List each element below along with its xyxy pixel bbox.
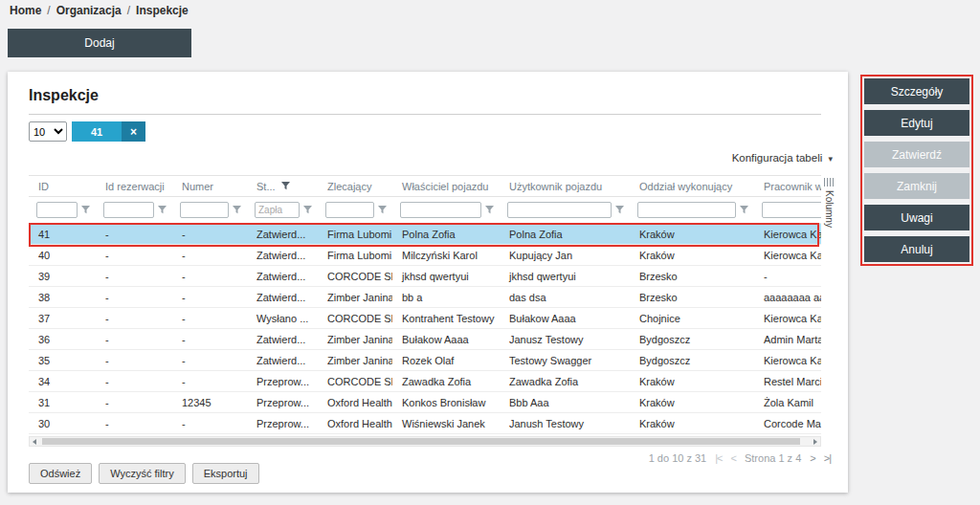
- table-cell: Konkos Bronisław: [392, 392, 500, 413]
- pagination-page-label: Strona 1 z 4: [745, 452, 801, 464]
- breadcrumb-item-organizacja[interactable]: Organizacja: [56, 4, 122, 17]
- table-cell: Kierowca Kam: [754, 350, 821, 371]
- filter-input[interactable]: [762, 202, 821, 218]
- table-cell: -: [96, 329, 172, 350]
- details-button[interactable]: Szczegóły: [864, 78, 969, 104]
- column-header[interactable]: St...: [247, 176, 318, 197]
- columns-strip-label: Kolumny: [824, 190, 835, 228]
- column-header[interactable]: Oddział wykonujący: [630, 176, 754, 197]
- column-header[interactable]: Numer: [172, 176, 247, 197]
- filter-input[interactable]: [325, 202, 374, 218]
- table-cell: Kierowca Kam: [754, 224, 821, 245]
- table-cell: Firma Lubomi...: [318, 245, 392, 266]
- table-cell: Przeprow...: [247, 413, 318, 434]
- filter-input[interactable]: [255, 202, 300, 218]
- table-cell: Zatwierd...: [247, 329, 318, 350]
- filter-input[interactable]: [400, 202, 481, 218]
- table-row[interactable]: 41--Zatwierd...Firma Lubomi...Polna Zofi…: [29, 224, 821, 245]
- table-cell: Zatwierd...: [247, 287, 318, 308]
- table-cell: aaaaaaaa aaa: [754, 287, 821, 308]
- column-header[interactable]: Właściciel pojazdu: [392, 176, 500, 197]
- cancel-button[interactable]: Anuluj: [864, 236, 969, 262]
- horizontal-scrollbar[interactable]: [29, 436, 821, 447]
- filter-input[interactable]: [637, 202, 736, 218]
- filter-input[interactable]: [103, 202, 154, 218]
- table-cell: Przeprow...: [247, 371, 318, 392]
- filter-icon[interactable]: [158, 206, 167, 214]
- table-cell: -: [96, 224, 172, 245]
- filter-icon[interactable]: [303, 206, 312, 214]
- filter-input[interactable]: [180, 202, 229, 218]
- table-header-row: IDId rezerwacjiNumerSt...ZlecającyWłaści…: [29, 176, 821, 197]
- export-button[interactable]: Eksportuj: [192, 463, 259, 484]
- columns-strip[interactable]: Kolumny: [822, 175, 836, 257]
- scrollbar-thumb[interactable]: [42, 438, 800, 445]
- table-row[interactable]: 40--Zatwierd...Firma Lubomi...Milczyński…: [29, 245, 821, 266]
- last-page-icon[interactable]: >|: [824, 452, 831, 464]
- breadcrumb-item-home[interactable]: Home: [10, 4, 41, 17]
- table-cell: Kraków: [630, 413, 754, 434]
- filter-icon[interactable]: [281, 181, 290, 192]
- table-cell: -: [172, 287, 247, 308]
- table-row[interactable]: 36--Zatwierd...Zimber JaninaBułakow Aaaa…: [29, 329, 821, 350]
- table-cell: Brzesko: [630, 266, 754, 287]
- table-cell: Zimber Janina: [318, 329, 392, 350]
- filter-icon[interactable]: [81, 206, 90, 214]
- filter-icon[interactable]: [485, 206, 494, 214]
- filter-chip: 41 ×: [72, 121, 145, 142]
- table-row[interactable]: 35--Zatwierd...Zimber JaninaRozek OlafTe…: [29, 350, 821, 371]
- first-page-icon[interactable]: |<: [715, 452, 722, 464]
- breadcrumb-separator: /: [127, 4, 130, 17]
- table-cell: -: [754, 266, 821, 287]
- filter-cell: [630, 197, 754, 224]
- column-header[interactable]: Id rezerwacji: [96, 176, 172, 197]
- refresh-button[interactable]: Odśwież: [29, 463, 92, 484]
- filter-input[interactable]: [507, 202, 612, 218]
- filter-icon[interactable]: [378, 206, 387, 214]
- table-cell: Brzesko: [630, 287, 754, 308]
- table-cell: Restel Marcin: [754, 371, 821, 392]
- table-cell: Firma Lubomi...: [318, 224, 392, 245]
- next-page-icon[interactable]: >: [810, 452, 814, 464]
- table-row[interactable]: 38--Zatwierd...Zimber Janinabb adas dsaB…: [29, 287, 821, 308]
- table-row[interactable]: 39--Zatwierd...CORCODE SP...jkhsd qwerty…: [29, 266, 821, 287]
- table-cell: Wiśniewski Janek: [392, 413, 500, 434]
- column-header-label: ID: [38, 181, 49, 192]
- table-row[interactable]: 30--Przeprow...Oxford Health...Wiśniewsk…: [29, 413, 821, 434]
- filter-icon[interactable]: [615, 206, 624, 214]
- clear-filters-button[interactable]: Wyczyść filtry: [99, 463, 186, 484]
- table-cell: -: [96, 266, 172, 287]
- column-header-label: Zlecający: [327, 181, 371, 192]
- column-header-label: St...: [256, 181, 276, 192]
- column-header[interactable]: Pracownik wy: [754, 176, 821, 197]
- filter-input[interactable]: [36, 202, 78, 218]
- close-icon[interactable]: ×: [122, 121, 145, 142]
- table-row[interactable]: 37--Wysłano ...CORCODE SP...Kontrahent T…: [29, 308, 821, 329]
- table-row[interactable]: 31-12345Przeprow...Oxford Health...Konko…: [29, 392, 821, 413]
- table-container: IDId rezerwacjiNumerSt...ZlecającyWłaści…: [29, 175, 821, 435]
- filter-icon[interactable]: [740, 206, 748, 214]
- table-config-button[interactable]: Konfiguracja tabeli ▾: [732, 152, 833, 164]
- table-cell: 31: [29, 392, 96, 413]
- column-header[interactable]: Użytkownik pojazdu: [500, 176, 630, 197]
- notes-button[interactable]: Uwagi: [864, 205, 969, 231]
- table-cell: 41: [29, 224, 96, 245]
- chevron-down-icon: ▾: [828, 154, 833, 164]
- column-header[interactable]: ID: [29, 176, 96, 197]
- page-size-select[interactable]: 10: [29, 121, 67, 142]
- column-header[interactable]: Zlecający: [318, 176, 392, 197]
- table-cell: CORCODE SP...: [318, 371, 392, 392]
- breadcrumb-item-inspekcje[interactable]: Inspekcje: [136, 4, 189, 17]
- filter-icon[interactable]: [233, 206, 241, 214]
- scroll-right-arrow-icon[interactable]: [813, 439, 817, 445]
- table-cell: -: [96, 350, 172, 371]
- add-button[interactable]: Dodaj: [8, 29, 191, 57]
- column-header-label: Numer: [182, 181, 213, 192]
- edit-button[interactable]: Edytuj: [864, 110, 969, 136]
- table-row[interactable]: 34--Przeprow...CORCODE SP...Zawadka Zofi…: [29, 371, 821, 392]
- table-cell: Milczyński Karol: [392, 245, 500, 266]
- scroll-left-arrow-icon[interactable]: [33, 439, 36, 445]
- table-cell: Wysłano ...: [247, 308, 318, 329]
- table-cell: Bydgoszcz: [630, 329, 754, 350]
- previous-page-icon[interactable]: <: [731, 452, 736, 464]
